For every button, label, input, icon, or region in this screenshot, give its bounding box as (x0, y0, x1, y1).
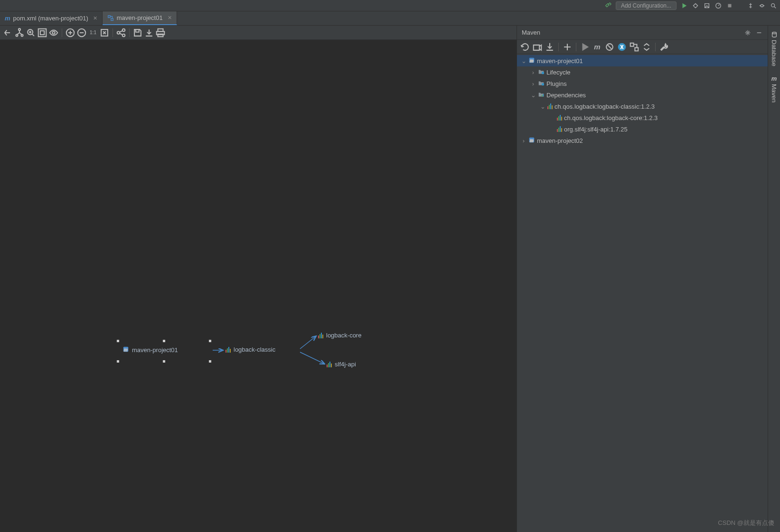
svg-point-18 (122, 28, 125, 31)
diagram-node-classic[interactable]: logback-classic (226, 346, 275, 353)
diagram-canvas[interactable]: m maven-project01 logback-classic logbac… (0, 40, 517, 532)
fit-icon[interactable] (37, 28, 47, 38)
offline-icon[interactable] (617, 42, 627, 52)
tab-label: pom.xml (maven-project01) (13, 15, 88, 22)
maven-tree: ⌄ m maven-project01 › Lifecycle › Plugin… (517, 54, 768, 532)
tab-diagram[interactable]: maven-project01 ✕ (103, 11, 177, 25)
rail-maven[interactable]: m Maven (771, 73, 778, 104)
module-icon: m (122, 346, 129, 354)
svg-line-27 (300, 336, 316, 349)
diagram-node-slf4j[interactable]: slf4j-api (327, 361, 356, 368)
folder-icon (538, 80, 545, 88)
minimize-icon[interactable] (755, 29, 763, 37)
panel-toolbar: m (517, 40, 768, 54)
coverage-icon[interactable] (703, 2, 711, 9)
gear-icon[interactable] (744, 29, 752, 37)
rail-label: Maven (771, 84, 778, 103)
chevron-right-icon[interactable]: › (530, 80, 536, 87)
tree-project2[interactable]: › m maven-project02 (517, 135, 768, 146)
tab-pom[interactable]: m pom.xml (maven-project01) ✕ (0, 11, 103, 25)
svg-line-28 (300, 352, 325, 364)
skip-icon[interactable] (604, 42, 615, 52)
tree-project1[interactable]: ⌄ m maven-project01 (517, 55, 768, 66)
svg-text:m: m (530, 138, 534, 142)
tree-label: Lifecycle (546, 69, 571, 76)
debug-icon[interactable] (692, 2, 699, 9)
tree-dep-classic[interactable]: ⌄ ch.qos.logback:logback-classic:1.2.3 (517, 101, 768, 112)
back-icon[interactable] (3, 28, 13, 38)
zoom-in-icon[interactable] (65, 28, 75, 38)
run-icon[interactable] (680, 2, 688, 9)
watermark: CSDN @就是有点傻 (718, 519, 774, 527)
commit-icon[interactable] (758, 2, 766, 9)
close-icon[interactable]: ✕ (93, 15, 97, 21)
diagram-editor: 1:1 m maven-project01 (0, 26, 517, 532)
chevron-down-icon[interactable]: ⌄ (530, 92, 536, 99)
library-icon (547, 103, 553, 109)
diagram-toolbar: 1:1 (0, 26, 517, 40)
selection-handle[interactable] (163, 360, 165, 363)
selection-handle[interactable] (117, 360, 119, 363)
stop-icon[interactable] (726, 2, 733, 9)
refresh-icon[interactable] (520, 42, 530, 52)
hammer-icon[interactable] (604, 2, 612, 9)
print-icon[interactable] (155, 28, 166, 38)
module-icon: m (528, 57, 535, 65)
svg-rect-6 (111, 18, 113, 20)
selection-handle[interactable] (209, 360, 211, 363)
tree-lifecycle[interactable]: › Lifecycle (517, 66, 768, 78)
diagram-node-root[interactable]: m maven-project01 (122, 346, 178, 354)
share-icon[interactable] (116, 28, 126, 38)
svg-rect-20 (136, 29, 139, 32)
tree-label: org.slf4j:slf4j-api:1.7.25 (564, 126, 628, 133)
selection-handle[interactable] (209, 340, 211, 342)
chevron-right-icon[interactable]: › (521, 137, 526, 144)
run-icon[interactable] (580, 42, 590, 52)
generate-icon[interactable] (532, 42, 543, 52)
add-icon[interactable] (562, 42, 573, 52)
tree-label: Plugins (546, 80, 567, 87)
tree-plugins[interactable]: › Plugins (517, 78, 768, 89)
main-toolbar: Add Configuration... (0, 0, 780, 11)
export-icon[interactable] (144, 28, 154, 38)
search-icon[interactable] (770, 2, 777, 9)
selection-handle[interactable] (163, 340, 165, 342)
tree-dependencies[interactable]: ⌄ Dependencies (517, 89, 768, 101)
chevron-down-icon[interactable]: ⌄ (521, 57, 526, 65)
svg-rect-33 (635, 47, 638, 51)
svg-text:m: m (124, 347, 128, 352)
tree-icon[interactable] (14, 28, 25, 38)
eye-icon[interactable] (48, 28, 59, 38)
chevron-right-icon[interactable]: › (530, 69, 536, 76)
diagram-node-core[interactable]: logback-core (318, 332, 361, 339)
tree-dep-slf4j[interactable]: › org.slf4j:slf4j-api:1.7.25 (517, 123, 768, 135)
tree-dep-core[interactable]: › ch.qos.logback:logback-core:1.2.3 (517, 112, 768, 123)
folder-icon (538, 91, 545, 99)
collapse-icon[interactable] (641, 42, 652, 52)
git-icon[interactable] (747, 2, 754, 9)
maven-file-icon: m (5, 15, 10, 22)
svg-point-3 (761, 4, 763, 7)
dep-icon[interactable] (629, 42, 639, 52)
rail-label: Database (771, 40, 778, 66)
close-icon[interactable]: ✕ (168, 15, 172, 21)
zoom-icon[interactable] (26, 28, 36, 38)
config-dropdown[interactable]: Add Configuration... (616, 1, 677, 10)
svg-point-42 (772, 32, 776, 34)
zoom-11-icon[interactable]: 1:1 (88, 28, 98, 38)
right-rail: Database m Maven (768, 26, 780, 532)
profile-icon[interactable] (714, 2, 722, 9)
chevron-down-icon[interactable]: ⌄ (540, 103, 545, 110)
panel-header: Maven (517, 26, 768, 40)
wrench-icon[interactable] (659, 42, 669, 52)
library-icon (327, 362, 332, 367)
m-icon[interactable]: m (592, 42, 602, 52)
zoom-out-icon[interactable] (76, 28, 87, 38)
selection-handle[interactable] (117, 340, 119, 342)
download-icon[interactable] (545, 42, 555, 52)
module-icon: m (528, 137, 535, 145)
svg-rect-32 (630, 43, 634, 46)
save-icon[interactable] (132, 28, 143, 38)
fit-content-icon[interactable] (99, 28, 110, 38)
rail-database[interactable]: Database (771, 29, 778, 68)
